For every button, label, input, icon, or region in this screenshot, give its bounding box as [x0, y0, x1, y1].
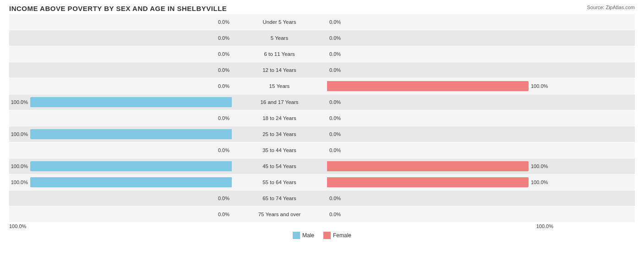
male-bar-container: 0.0%: [9, 81, 232, 91]
left-section: 100.0%: [9, 94, 234, 110]
female-value: 0.0%: [329, 115, 347, 121]
female-value: 0.0%: [329, 19, 347, 25]
age-label: 75 Years and over: [234, 212, 325, 217]
bottom-values: 100.0% 100.0%: [9, 223, 635, 229]
female-bar-container: 0.0%: [327, 97, 550, 107]
right-section: 100.0%: [325, 158, 550, 174]
left-section: 0.0%: [9, 62, 234, 78]
male-legend-label: Male: [302, 232, 314, 239]
table-row: 0.0% 15 Years 100.0%: [9, 78, 635, 94]
female-bar: [327, 81, 529, 91]
female-bar: [327, 177, 529, 187]
bottom-left-val: 100.0%: [9, 223, 235, 229]
chart-title: INCOME ABOVE POVERTY BY SEX AND AGE IN S…: [9, 5, 635, 12]
male-value: 100.0%: [11, 180, 28, 185]
female-value: 0.0%: [329, 67, 347, 73]
table-row: 100.0% 16 and 17 Years 0.0%: [9, 94, 635, 110]
male-value: 0.0%: [212, 115, 229, 121]
male-value: 100.0%: [11, 163, 28, 169]
male-value: 0.0%: [212, 51, 229, 57]
male-bar-container: 0.0%: [9, 193, 232, 203]
female-bar-container: 100.0%: [327, 161, 550, 171]
male-value: 0.0%: [212, 83, 229, 89]
age-label: 6 to 11 Years: [234, 51, 325, 57]
male-value: 100.0%: [11, 131, 28, 137]
table-row: 100.0% 55 to 64 Years 100.0%: [9, 174, 635, 190]
male-bar-container: 100.0%: [9, 97, 232, 107]
table-row: 0.0% 75 Years and over 0.0%: [9, 207, 635, 222]
male-bar: [30, 161, 232, 171]
right-section: 0.0%: [325, 207, 550, 222]
female-value: 100.0%: [531, 163, 548, 169]
male-bar-container: 0.0%: [9, 33, 232, 43]
left-section: 0.0%: [9, 30, 234, 46]
age-label: 12 to 14 Years: [234, 67, 325, 73]
male-bar-container: 100.0%: [9, 177, 232, 187]
table-row: 0.0% 35 to 44 Years 0.0%: [9, 142, 635, 158]
male-value: 0.0%: [212, 196, 229, 201]
male-bar-container: 0.0%: [9, 145, 232, 155]
age-label: 16 and 17 Years: [234, 99, 325, 105]
left-section: 0.0%: [9, 46, 234, 62]
female-value: 0.0%: [329, 212, 347, 217]
female-bar-container: 0.0%: [327, 49, 550, 59]
female-bar-container: 0.0%: [327, 209, 550, 219]
chart-area: 0.0% Under 5 Years 0.0% 0.0% 5 Years: [9, 14, 635, 222]
age-label: 55 to 64 Years: [234, 180, 325, 185]
source-label: Source: ZipAtlas.com: [587, 5, 635, 10]
female-bar-container: 0.0%: [327, 113, 550, 123]
female-value: 0.0%: [329, 51, 347, 57]
left-section: 0.0%: [9, 14, 234, 30]
female-value: 0.0%: [329, 99, 347, 105]
left-section: 0.0%: [9, 207, 234, 222]
female-value: 100.0%: [531, 180, 548, 185]
right-section: 0.0%: [325, 191, 550, 206]
male-value: 0.0%: [212, 212, 229, 217]
female-bar-container: 0.0%: [327, 129, 550, 139]
female-bar-container: 0.0%: [327, 33, 550, 43]
female-bar-container: 0.0%: [327, 17, 550, 27]
left-section: 100.0%: [9, 174, 234, 190]
male-bar-container: 0.0%: [9, 65, 232, 75]
table-row: 0.0% 5 Years 0.0%: [9, 30, 635, 46]
bottom-right-val: 100.0%: [327, 223, 553, 229]
left-section: 0.0%: [9, 110, 234, 126]
male-bar-container: 0.0%: [9, 49, 232, 59]
table-row: 100.0% 45 to 54 Years 100.0%: [9, 158, 635, 174]
left-section: 100.0%: [9, 158, 234, 174]
female-bar-container: 100.0%: [327, 177, 550, 187]
table-row: 0.0% 12 to 14 Years 0.0%: [9, 62, 635, 78]
right-section: 0.0%: [325, 94, 550, 110]
female-bar: [327, 161, 529, 171]
right-section: 100.0%: [325, 78, 550, 94]
left-section: 0.0%: [9, 78, 234, 94]
right-section: 0.0%: [325, 14, 550, 30]
legend: Male Female: [9, 232, 635, 239]
table-row: 100.0% 25 to 34 Years 0.0%: [9, 126, 635, 142]
legend-male: Male: [293, 232, 314, 239]
age-label: 25 to 34 Years: [234, 131, 325, 137]
right-section: 0.0%: [325, 126, 550, 142]
age-label: 65 to 74 Years: [234, 196, 325, 201]
male-value: 100.0%: [11, 99, 28, 105]
table-row: 0.0% 65 to 74 Years 0.0%: [9, 191, 635, 206]
female-value: 100.0%: [531, 83, 548, 89]
male-value: 0.0%: [212, 147, 229, 153]
age-label: 45 to 54 Years: [234, 163, 325, 169]
female-color-box: [323, 232, 331, 239]
legend-female: Female: [323, 232, 351, 239]
male-bar: [30, 129, 232, 139]
female-legend-label: Female: [333, 232, 351, 239]
male-bar-container: 100.0%: [9, 161, 232, 171]
right-section: 0.0%: [325, 46, 550, 62]
female-bar-container: 0.0%: [327, 193, 550, 203]
male-bar: [30, 97, 232, 107]
female-value: 0.0%: [329, 196, 347, 201]
male-bar-container: 0.0%: [9, 209, 232, 219]
left-section: 0.0%: [9, 142, 234, 158]
chart-container: INCOME ABOVE POVERTY BY SEX AND AGE IN S…: [0, 0, 644, 256]
table-row: 0.0% 6 to 11 Years 0.0%: [9, 46, 635, 62]
male-bar-container: 0.0%: [9, 113, 232, 123]
right-section: 0.0%: [325, 62, 550, 78]
right-section: 0.0%: [325, 30, 550, 46]
